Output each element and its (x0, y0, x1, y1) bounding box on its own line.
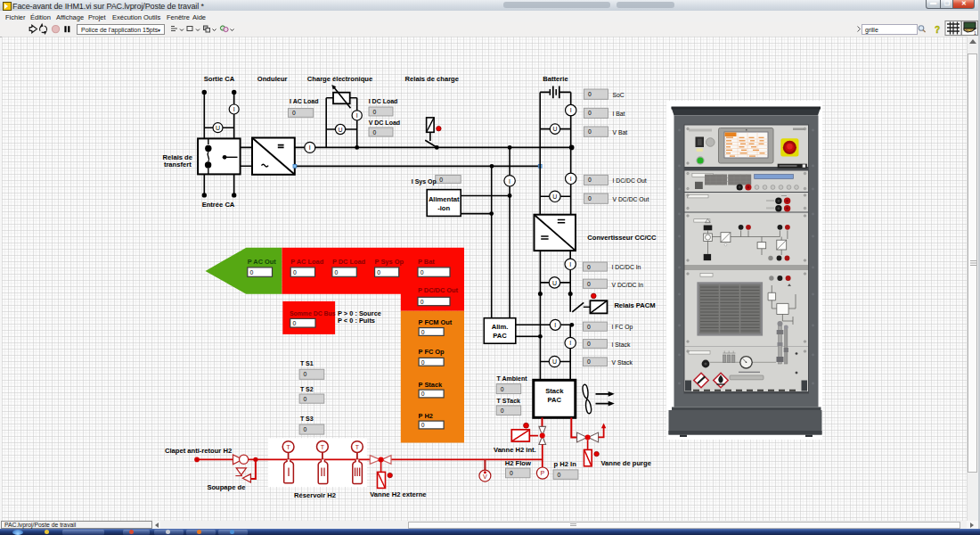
svg-text:I DC/DC In: I DC/DC In (612, 264, 641, 270)
svg-text:Somme DC Bus: Somme DC Bus (290, 310, 336, 317)
svg-text:V DC Load: V DC Load (369, 119, 400, 126)
svg-text:0: 0 (558, 472, 561, 478)
svg-text:Convertisseur CC/CC: Convertisseur CC/CC (587, 234, 657, 242)
svg-text:I: I (509, 178, 510, 185)
svg-text:T S2: T S2 (300, 386, 314, 392)
svg-text:U: U (216, 125, 220, 131)
svg-text:0: 0 (421, 329, 425, 335)
svg-text:0: 0 (439, 177, 443, 183)
svg-text:0: 0 (510, 470, 513, 476)
svg-text:0: 0 (373, 129, 377, 136)
svg-text:P H2: P H2 (419, 412, 433, 420)
svg-text:0: 0 (588, 195, 592, 202)
svg-text:U: U (338, 127, 342, 133)
svg-text:V Bat: V Bat (613, 129, 628, 136)
svg-text:I: I (569, 340, 571, 346)
svg-text:Réservoir H2: Réservoir H2 (294, 491, 336, 499)
svg-text:?: ? (935, 25, 940, 35)
svg-text:T: T (355, 444, 360, 450)
svg-text:I: I (356, 112, 358, 119)
svg-text:I: I (233, 106, 235, 112)
svg-text:I DC/DC Out: I DC/DC Out (613, 177, 647, 184)
svg-text:0: 0 (292, 110, 296, 116)
svg-text:V Stack: V Stack (612, 359, 633, 366)
svg-text:I: I (309, 144, 311, 151)
svg-text:SoC: SoC (613, 92, 625, 98)
svg-text:V DC/DC Out: V DC/DC Out (613, 196, 649, 202)
svg-text:0: 0 (587, 281, 591, 287)
svg-text:0: 0 (292, 320, 296, 326)
svg-text:I Sys Op: I Sys Op (412, 178, 437, 185)
svg-text:1: 1 (974, 30, 976, 36)
svg-text:0: 0 (421, 391, 425, 397)
svg-text:Stack: Stack (545, 387, 564, 395)
svg-text:P < 0 : Puits: P < 0 : Puits (338, 317, 375, 325)
svg-text:Vanne H2 externe: Vanne H2 externe (370, 490, 426, 498)
svg-text:0: 0 (588, 110, 592, 116)
svg-text:Alim.: Alim. (492, 323, 509, 331)
svg-text:0: 0 (304, 371, 307, 377)
svg-text:T S3: T S3 (300, 416, 314, 422)
svg-text:p H2 In: p H2 In (554, 460, 577, 468)
svg-text:I DC Load: I DC Load (369, 98, 398, 104)
svg-text:0: 0 (588, 91, 592, 97)
svg-text:0: 0 (588, 128, 592, 135)
svg-text:I Stack: I Stack (612, 342, 631, 348)
svg-text:0: 0 (304, 426, 307, 432)
svg-text:0: 0 (335, 269, 339, 276)
svg-text:T S1: T S1 (300, 360, 314, 366)
svg-text:Batterie: Batterie (543, 75, 568, 83)
svg-text:0: 0 (304, 396, 307, 402)
svg-text:Onduleur: Onduleur (257, 75, 288, 83)
svg-text:0: 0 (421, 269, 424, 276)
svg-text:transfert: transfert (164, 160, 192, 169)
svg-text:P AC Out: P AC Out (248, 258, 277, 266)
svg-text:V DC/DC In: V DC/DC In (612, 282, 644, 288)
svg-text:0: 0 (501, 407, 504, 414)
svg-text:I Bat: I Bat (613, 111, 625, 117)
svg-text:I: I (569, 261, 571, 268)
svg-text:0: 0 (421, 359, 425, 366)
svg-text:Relais PACM: Relais PACM (614, 301, 655, 309)
svg-text:H2 Flow: H2 Flow (505, 459, 531, 467)
svg-text:0: 0 (587, 358, 591, 365)
svg-text:-ion: -ion (437, 204, 450, 212)
svg-text:T: T (321, 444, 325, 450)
svg-text:0: 0 (421, 422, 425, 428)
svg-text:Clapet anti-retour H2: Clapet anti-retour H2 (165, 447, 232, 455)
svg-text:I: I (554, 322, 556, 328)
svg-text:Entrée CA: Entrée CA (202, 201, 235, 209)
svg-text:P: P (541, 469, 545, 477)
svg-text:Charge électronique: Charge électronique (307, 75, 372, 83)
svg-text:I AC Load: I AC Load (290, 98, 318, 104)
svg-text:P FCM Out: P FCM Out (419, 318, 453, 326)
svg-text:0: 0 (250, 269, 254, 276)
svg-text:P Bat: P Bat (418, 258, 435, 266)
svg-text:0: 0 (588, 177, 592, 183)
svg-text:P Sys Op: P Sys Op (375, 258, 404, 266)
svg-text:0: 0 (373, 109, 377, 115)
svg-text:0: 0 (587, 341, 591, 347)
svg-text:Alimentat: Alimentat (429, 195, 460, 203)
svg-text:T STack: T STack (497, 398, 520, 404)
svg-text:P AC Load: P AC Load (290, 258, 323, 266)
svg-text:0: 0 (587, 324, 591, 330)
svg-text:T: T (286, 444, 290, 450)
svg-text:Soupape de: Soupape de (207, 483, 245, 491)
svg-text:P DC/DC Out: P DC/DC Out (418, 286, 459, 294)
svg-text:0: 0 (293, 269, 297, 276)
svg-text:0: 0 (501, 386, 504, 392)
svg-text:U: U (552, 280, 557, 286)
svg-text:Sortie CA: Sortie CA (204, 75, 235, 83)
svg-text:P Stack: P Stack (419, 381, 443, 389)
svg-text:0: 0 (377, 269, 380, 276)
svg-text:V: V (483, 473, 487, 481)
svg-text:T Ambient: T Ambient (497, 375, 528, 382)
svg-text:PAC: PAC (493, 332, 507, 340)
svg-text:I FC Op: I FC Op (612, 324, 633, 331)
svg-text:I: I (570, 107, 572, 113)
svg-text:P DC Load: P DC Load (332, 258, 366, 266)
svg-text:U: U (552, 358, 557, 365)
svg-text:Vanne de purge: Vanne de purge (600, 459, 651, 467)
svg-text:0: 0 (587, 264, 591, 270)
